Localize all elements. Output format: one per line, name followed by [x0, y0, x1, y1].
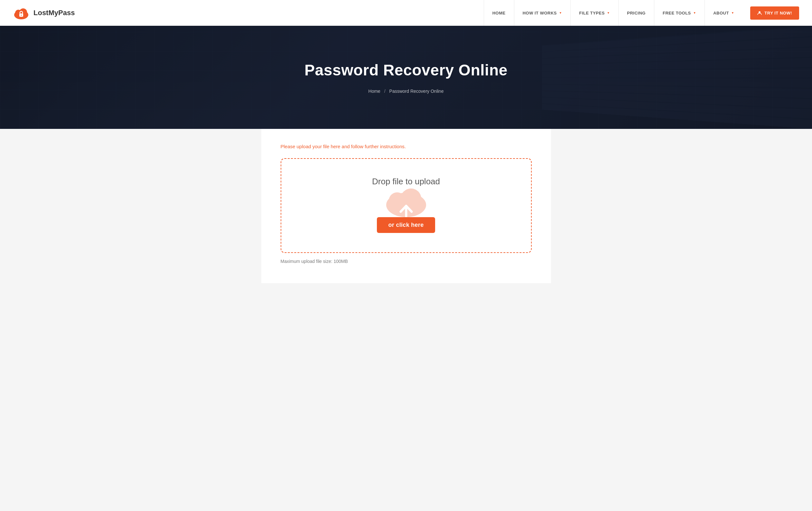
nav-item-pricing: PRICING — [618, 0, 654, 26]
drop-text: Drop file to upload — [372, 177, 440, 187]
chevron-down-icon: ▼ — [559, 11, 562, 15]
user-icon — [757, 11, 762, 15]
upload-instruction: Please upload your file here and follow … — [281, 144, 532, 149]
breadcrumb-current: Password Recovery Online — [389, 89, 444, 94]
navbar: LostMyPass HOME HOW IT WORKS ▼ FILE TYPE… — [0, 0, 812, 26]
breadcrumb-separator: / — [384, 89, 385, 94]
nav-item-about: ABOUT ▼ — [704, 0, 743, 26]
nav-link-pricing[interactable]: PRICING — [618, 0, 654, 26]
nav-link-home[interactable]: HOME — [484, 0, 514, 26]
page-title: Password Recovery Online — [304, 61, 508, 79]
nav-item-file-types: FILE TYPES ▼ — [570, 0, 618, 26]
try-it-now-button[interactable]: TRY IT NOW! — [750, 6, 799, 20]
chevron-down-icon: ▼ — [693, 11, 696, 15]
file-drop-zone[interactable]: Drop file to upload or click here — [281, 158, 532, 253]
chevron-down-icon: ▼ — [607, 11, 610, 15]
chevron-down-icon: ▼ — [731, 11, 734, 15]
hero-content: Password Recovery Online Home / Password… — [298, 61, 514, 94]
nav-item-free-tools: FREE TOOLS ▼ — [654, 0, 704, 26]
drop-zone-content: Drop file to upload or click here — [372, 178, 440, 233]
nav-link-file-types[interactable]: FILE TYPES ▼ — [570, 0, 618, 26]
svg-point-5 — [759, 11, 760, 13]
nav-link-free-tools[interactable]: FREE TOOLS ▼ — [654, 0, 704, 26]
nav-item-home: HOME — [484, 0, 514, 26]
nav-link-how-it-works[interactable]: HOW IT WORKS ▼ — [514, 0, 571, 26]
nav-item-how-it-works: HOW IT WORKS ▼ — [514, 0, 571, 26]
content-box: Please upload your file here and follow … — [261, 129, 551, 283]
breadcrumb-home-link[interactable]: Home — [369, 89, 382, 94]
logo[interactable]: LostMyPass — [13, 6, 75, 20]
svg-point-4 — [21, 15, 22, 16]
page-wrapper: Please upload your file here and follow … — [0, 129, 812, 511]
file-size-limit: Maximum upload file size: 100MB — [281, 259, 532, 264]
click-to-upload-button[interactable]: or click here — [377, 217, 435, 233]
nav-links: HOME HOW IT WORKS ▼ FILE TYPES ▼ PRICING — [484, 0, 743, 26]
hero-section: Password Recovery Online Home / Password… — [0, 26, 812, 129]
brand-name: LostMyPass — [33, 9, 75, 17]
nav-link-about[interactable]: ABOUT ▼ — [704, 0, 743, 26]
breadcrumb: Home / Password Recovery Online — [304, 89, 508, 94]
logo-icon — [13, 6, 30, 20]
